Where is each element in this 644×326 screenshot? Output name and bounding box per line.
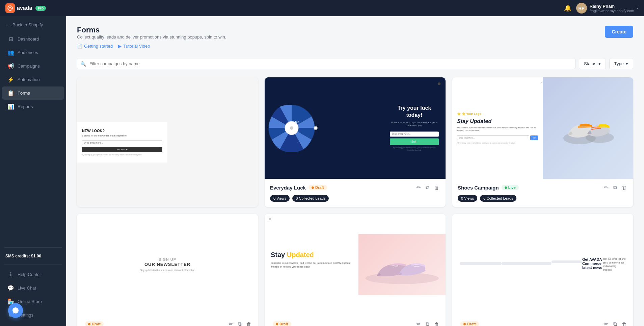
stay-title: Stay Updated xyxy=(271,251,352,259)
duplicate-button[interactable]: ⧉ xyxy=(612,320,618,326)
main-layout: ← Back to Shopify ⊞ Dashboard 👥 Audience… xyxy=(0,16,644,326)
sidebar-item-automation[interactable]: ⚡ Automation xyxy=(2,73,64,86)
notification-bell-icon[interactable]: 🔔 xyxy=(564,4,571,12)
duplicate-button[interactable]: ⧉ xyxy=(425,183,430,192)
user-name: Rainy Pham xyxy=(590,4,634,9)
status-dot-icon xyxy=(276,323,278,325)
getting-started-link[interactable]: 📄 Getting started xyxy=(77,44,113,49)
shoe-illustration xyxy=(561,108,615,148)
close-x-icon: ✕ xyxy=(540,81,543,84)
page-title-section: Forms Collect quality leads and deliver … xyxy=(77,26,226,55)
form-preview-spin: 8½ Try your luck today! Enter your email… xyxy=(265,77,446,179)
delete-button[interactable]: 🗑 xyxy=(433,320,440,326)
back-to-shopify-button[interactable]: ← Back to Shopify xyxy=(0,19,66,31)
sidebar-item-label: Dashboard xyxy=(18,36,39,42)
sidebar-item-help[interactable]: ℹ Help Center xyxy=(2,268,64,281)
card-actions: ✏ ⧉ 🗑 xyxy=(603,183,628,192)
sidebar-item-forms[interactable]: 📋 Forms xyxy=(2,86,64,100)
status-label: Draft xyxy=(92,322,101,326)
card-title-left: Shoes Campaign Live xyxy=(458,185,519,191)
sidebar-item-label: Campaigns xyxy=(18,64,40,69)
stay-desc: Subscribe to our newsletter and receive … xyxy=(271,261,352,269)
signup-text-section: SIGN UP OUR NEWSLETTER Stay updated with… xyxy=(134,243,200,286)
card-actions: ✏ ⧉ 🗑 xyxy=(228,320,252,326)
delete-button[interactable]: 🗑 xyxy=(433,183,440,192)
card-title-row: Draft ✏ ⧉ 🗑 xyxy=(82,320,252,326)
stay-title-highlight: Updated xyxy=(287,251,314,258)
play-icon: ▶ xyxy=(118,44,122,49)
sidebar-item-livechat[interactable]: 💬 Live Chat xyxy=(2,281,64,295)
preview-subscribe-button: Subscribe xyxy=(82,147,162,152)
search-input[interactable] xyxy=(77,58,575,69)
sidebar-item-label: Audiences xyxy=(18,50,38,55)
preview-footer: By signing up, you agree to receive our … xyxy=(82,154,162,156)
signup-sub: Stay updated with our news and discount … xyxy=(140,269,195,272)
duplicate-button[interactable]: ⧉ xyxy=(237,320,243,326)
delete-button[interactable]: 🗑 xyxy=(245,320,252,326)
create-button[interactable]: Create xyxy=(605,26,633,38)
card-footer: Shoes Campaign Live ✏ ⧉ 🗑 xyxy=(452,179,633,207)
duplicate-button[interactable]: ⧉ xyxy=(612,183,618,192)
spin-footer: By entering your email address, you agre… xyxy=(390,147,439,151)
sidebar-item-dashboard[interactable]: ⊞ Dashboard xyxy=(2,32,64,46)
status-badge: Draft xyxy=(273,321,291,326)
status-dot-icon xyxy=(88,323,90,325)
chat-bubble-icon xyxy=(12,307,19,314)
status-badge: Draft xyxy=(85,321,104,326)
back-arrow-icon: ← xyxy=(5,22,10,27)
spin-content-area: Try your luck today! Enter your email to… xyxy=(390,105,439,151)
edit-button[interactable]: ✏ xyxy=(603,183,610,192)
sidebar-item-label: Online Store xyxy=(18,299,42,304)
card-title-row: Draft ✏ ⧉ 🗑 xyxy=(270,320,440,326)
sidebar-item-label: Forms xyxy=(18,91,30,96)
form-card-new-look: NEW LOOK? Sign up for our newsletter to … xyxy=(77,77,258,207)
card-title-left: Draft xyxy=(270,321,291,326)
search-wrapper: 🔍 xyxy=(77,58,575,69)
tutorial-video-link[interactable]: ▶ Tutorial Video xyxy=(118,44,150,49)
status-label: Draft xyxy=(467,322,476,326)
sidebar-item-audiences[interactable]: 👥 Audiences xyxy=(2,46,64,59)
edit-button[interactable]: ✏ xyxy=(228,320,234,326)
card-footer: Draft ✏ ⧉ 🗑 0 Views 0 Collected Leads xyxy=(77,315,258,326)
shoes-left-panel: ✕ ⭐⭐ Your Logo Stay Updated Subscribe to… xyxy=(452,77,543,179)
sidebar-item-reports[interactable]: 📊 Reports xyxy=(2,100,64,113)
signup-line2: OUR NEWSLETTER xyxy=(144,262,190,267)
status-dot-icon xyxy=(312,186,314,189)
signup-line1: SIGN UP xyxy=(159,257,176,262)
audiences-icon: 👥 xyxy=(7,49,14,56)
sms-credits: SMS credits: $1.00 xyxy=(0,250,66,262)
nav-brand: avada Pro xyxy=(5,3,46,13)
card-footer: Draft ✏ ⧉ 🗑 0 Views 0 Collected Leads xyxy=(452,315,633,326)
user-store: fragile-wear.myshopify.com xyxy=(590,9,634,13)
edit-button[interactable]: ✏ xyxy=(603,320,610,326)
form-card-everyday-luck: 8½ Try your luck today! Enter your email… xyxy=(265,77,446,207)
edit-button[interactable]: ✏ xyxy=(415,320,422,326)
delete-button[interactable]: 🗑 xyxy=(621,183,628,192)
status-dot-icon xyxy=(505,186,507,189)
card-stats: 0 Views 0 Collected Leads xyxy=(458,195,628,202)
status-badge: Live xyxy=(502,185,519,190)
status-dot-icon xyxy=(463,323,466,325)
reports-icon: 📊 xyxy=(7,103,14,110)
sidebar-item-label: Automation xyxy=(18,77,40,82)
live-chat-bubble[interactable] xyxy=(8,303,23,318)
close-x-icon: ✕ xyxy=(251,217,254,221)
type-filter-button[interactable]: Type ▾ xyxy=(609,58,633,69)
sidebar-item-campaigns[interactable]: 📢 Campaigns xyxy=(2,59,64,73)
form-preview-shoes: ✕ ⭐⭐ Your Logo Stay Updated Subscribe to… xyxy=(452,77,633,179)
user-menu[interactable]: RP Rainy Pham fragile-wear.myshopify.com… xyxy=(576,3,639,14)
svg-point-3 xyxy=(290,126,293,130)
sidebar-divider xyxy=(4,247,62,248)
edit-button[interactable]: ✏ xyxy=(415,183,422,192)
page-title: Forms xyxy=(77,26,226,34)
form-preview-avada: Get AVADA Commerce latest news Join our … xyxy=(452,214,633,315)
status-label: Live xyxy=(508,185,516,190)
status-filter-button[interactable]: Status ▾ xyxy=(579,58,606,69)
card-title-left: Draft xyxy=(458,321,479,326)
pro-badge: Pro xyxy=(35,6,46,11)
delete-button[interactable]: 🗑 xyxy=(621,320,628,326)
top-navigation: avada Pro 🔔 RP Rainy Pham fragile-wear.m… xyxy=(0,0,644,16)
status-filter-chevron-icon: ▾ xyxy=(598,61,601,66)
duplicate-button[interactable]: ⧉ xyxy=(425,320,430,326)
close-dot-icon xyxy=(438,82,440,85)
